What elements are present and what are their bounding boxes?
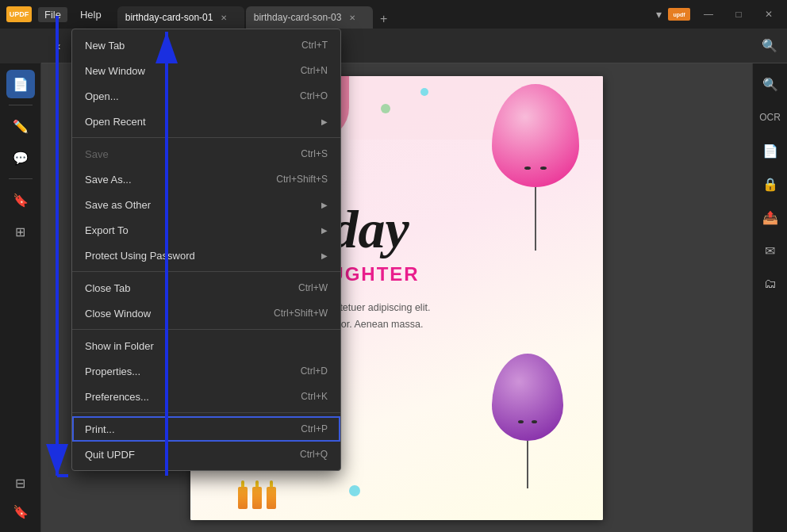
eye-right <box>540 166 547 170</box>
search-button[interactable]: 🔍 <box>758 35 781 57</box>
menu-item-shortcut: Ctrl+Shift+W <box>274 308 328 319</box>
candle-3 <box>267 480 276 509</box>
menu-item-label: Save <box>85 148 109 160</box>
sidebar-bottom: ⊟ 🔖 <box>6 469 35 526</box>
balloon-pink-body <box>492 84 579 187</box>
help-menu-button[interactable]: Help <box>74 7 108 22</box>
sidebar-item-layers[interactable]: ⊟ <box>6 469 35 497</box>
menu-item-export-to[interactable]: Export To ▶ <box>72 217 340 243</box>
tab-birthday-card-son-01[interactable]: birthday-card-son-01 ✕ <box>117 6 244 29</box>
menu-item-new-tab[interactable]: New Tab Ctrl+T <box>72 33 340 58</box>
menu-item-label: Save as Other <box>85 199 151 211</box>
menu-item-show-in-folder[interactable]: Show in Folder <box>72 333 340 358</box>
right-sidebar-search[interactable]: 🔍 <box>756 70 785 98</box>
flame-2 <box>255 480 259 487</box>
file-menu-dropdown: New Tab Ctrl+T New Window Ctrl+N Open...… <box>71 29 341 471</box>
sidebar-item-document[interactable]: 📄 <box>6 70 35 98</box>
menu-item-shortcut: Ctrl+O <box>300 90 328 101</box>
eye-right-p <box>532 420 537 423</box>
minimize-button[interactable]: — <box>697 5 720 24</box>
right-sidebar-organize[interactable]: 🗂 <box>756 270 785 298</box>
menu-separator <box>72 329 340 330</box>
submenu-arrow-icon: ▶ <box>321 251 328 260</box>
menu-item-shortcut: Ctrl+Q <box>300 449 328 460</box>
balloon-pink-face <box>524 163 547 170</box>
right-sidebar-extract[interactable]: 📄 <box>756 136 785 165</box>
menu-item-save-as-other[interactable]: Save as Other ▶ <box>72 192 340 217</box>
tabs-area: birthday-card-son-01 ✕ birthday-card-son… <box>117 0 394 29</box>
window-controls: ▾ updf — □ ✕ <box>656 5 781 24</box>
menu-item-label: Print... <box>85 423 115 435</box>
updf-logo: UPDF <box>6 6 32 22</box>
app-logo: UPDF <box>6 6 32 22</box>
flame-1 <box>241 480 244 487</box>
close-button[interactable]: ✕ <box>757 5 781 24</box>
menu-item-new-window[interactable]: New Window Ctrl+N <box>72 58 340 83</box>
add-tab-button[interactable]: + <box>374 10 394 29</box>
menu-item-save-as[interactable]: Save As... Ctrl+Shift+S <box>72 166 340 192</box>
tab-close-btn[interactable]: ✕ <box>349 13 355 22</box>
balloon-pink <box>492 84 579 251</box>
eye-left <box>524 166 531 170</box>
right-sidebar: 🔍 OCR 📄 🔒 📤 ✉ 🗂 <box>752 63 787 532</box>
chevron-down-icon[interactable]: ▾ <box>656 8 662 21</box>
submenu-arrow-icon: ▶ <box>321 226 328 235</box>
menu-item-label: Protect Using Password <box>85 250 195 262</box>
menu-item-preferences[interactable]: Preferences... Ctrl+K <box>72 384 340 409</box>
balloon-purple-body <box>492 354 563 441</box>
menu-separator <box>72 412 340 413</box>
updf-brand-logo: updf <box>668 8 690 21</box>
balloon-purple <box>492 354 563 488</box>
sidebar-item-edit[interactable]: ✏️ <box>6 112 35 140</box>
candle-2 <box>252 480 262 509</box>
menu-item-print[interactable]: Print... Ctrl+P <box>72 416 340 442</box>
menu-item-protect-using-password[interactable]: Protect Using Password ▶ <box>72 243 340 268</box>
tab-label: birthday-card-son-03 <box>254 12 342 23</box>
menu-item-open-recent[interactable]: Open Recent ▶ <box>72 109 340 134</box>
menu-separator <box>72 271 340 272</box>
menu-separator <box>72 137 340 138</box>
menu-item-open[interactable]: Open... Ctrl+O <box>72 83 340 109</box>
menu-item-label: New Tab <box>85 40 125 52</box>
right-sidebar-share[interactable]: 📤 <box>756 203 785 232</box>
menu-item-label: Close Window <box>85 308 151 320</box>
menu-item-shortcut: Ctrl+W <box>298 282 328 293</box>
tab-close-btn[interactable]: ✕ <box>221 13 227 22</box>
menu-item-shortcut: Ctrl+D <box>301 366 328 377</box>
title-bar: UPDF File Help birthday-card-son-01 ✕ bi… <box>0 0 787 29</box>
candle-body-1 <box>238 487 248 509</box>
menu-item-label: Preferences... <box>85 391 149 403</box>
menu-item-save[interactable]: Save Ctrl+S <box>72 141 340 166</box>
back-button[interactable]: ‹ <box>48 35 70 57</box>
sidebar-item-comment[interactable]: 💬 <box>6 144 35 172</box>
menu-item-label: Open... <box>85 90 119 102</box>
maximize-button[interactable]: □ <box>727 5 751 24</box>
menu-item-label: Save As... <box>85 174 132 186</box>
menu-item-label: Properties... <box>85 366 140 377</box>
balloon-string-pink <box>535 187 536 251</box>
menu-item-close-window[interactable]: Close Window Ctrl+Shift+W <box>72 300 340 326</box>
toolbar-right: 🔍 <box>758 35 781 57</box>
right-sidebar-protect[interactable]: 🔒 <box>756 170 785 198</box>
candle-body-3 <box>267 487 276 509</box>
file-menu-button[interactable]: File <box>38 7 67 22</box>
sidebar-item-bookmark[interactable]: 🔖 <box>6 186 35 214</box>
menu-item-shortcut: Ctrl+P <box>301 423 328 434</box>
menu-item-shortcut: Ctrl+N <box>301 65 328 76</box>
menu-item-label: Open Recent <box>85 116 146 128</box>
sidebar-item-organize[interactable]: ⊞ <box>6 217 35 246</box>
submenu-arrow-icon: ▶ <box>321 201 328 209</box>
menu-item-properties[interactable]: Properties... Ctrl+D <box>72 358 340 384</box>
left-sidebar: 📄 ✏️ 💬 🔖 ⊞ ⊟ 🔖 <box>0 63 41 532</box>
right-sidebar-ocr[interactable]: OCR <box>756 103 785 132</box>
menu-item-close-tab[interactable]: Close Tab Ctrl+W <box>72 275 340 300</box>
sidebar-item-bookmark-bottom[interactable]: 🔖 <box>6 497 35 526</box>
candle-1 <box>238 480 248 509</box>
tab-birthday-card-son-03[interactable]: birthday-card-son-03 ✕ <box>246 6 373 29</box>
right-sidebar-email[interactable]: ✉ <box>756 236 785 265</box>
tab-label: birthday-card-son-01 <box>125 12 213 23</box>
menu-item-label: Export To <box>85 224 129 236</box>
menu-item-quit[interactable]: Quit UPDF Ctrl+Q <box>72 442 340 467</box>
flame-3 <box>270 480 273 487</box>
menu-item-shortcut: Ctrl+S <box>301 148 328 159</box>
